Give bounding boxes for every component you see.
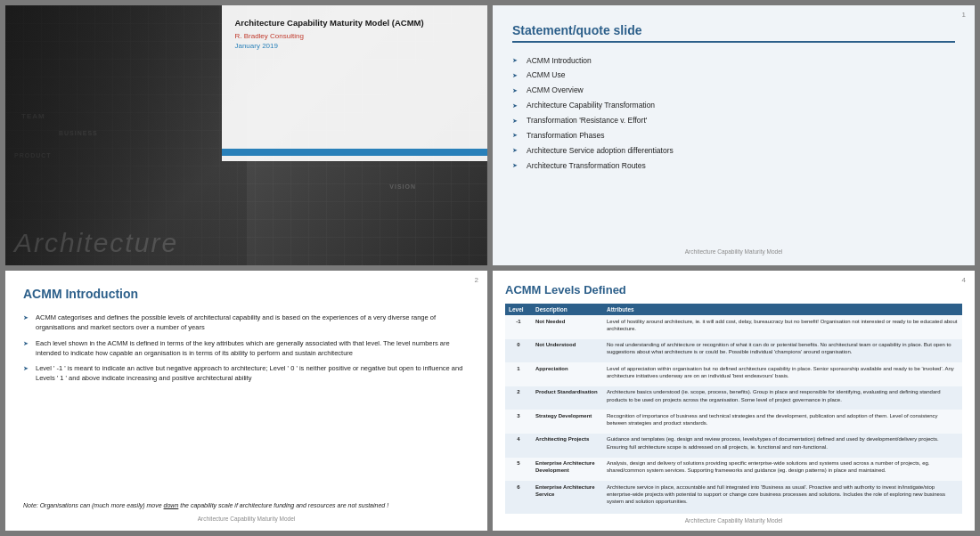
cell-description: Appreciation <box>532 362 603 386</box>
cell-description: Not Needed <box>532 315 603 339</box>
table-row: -1 Not Needed Level of hostility around … <box>505 315 962 339</box>
slide-2: 1 Statement/quote slide ACMM Introductio… <box>493 5 975 265</box>
table-row: 1 Appreciation Level of appreciation wit… <box>505 362 962 386</box>
list-item: ACMM Use <box>512 69 955 84</box>
slide-2-footer: Architecture Capability Maturity Model <box>512 241 955 255</box>
list-item: Transformation 'Resistance v. Effort' <box>512 114 955 129</box>
cell-level: 3 <box>505 410 532 434</box>
slide-3-note-underline: down <box>164 502 179 508</box>
slide-4-footer: Architecture Capability Maturity Model <box>505 517 962 524</box>
cell-description: Enterprise Architecture Service <box>532 481 603 514</box>
list-item: Transformation Phases <box>512 128 955 143</box>
col-header-level: Level <box>505 304 532 315</box>
table-header-row: Level Description Attributes <box>505 304 962 315</box>
table-row: 4 Architecting Projects Guidance and tem… <box>505 434 962 458</box>
table-row: 6 Enterprise Architecture Service Archit… <box>505 481 962 514</box>
slide-1-accent-bar <box>222 149 487 156</box>
list-item: ACMM Introduction <box>512 53 955 69</box>
slide-3: 2 ACMM Introduction ACMM categorises and… <box>5 271 487 531</box>
col-header-description: Description <box>532 304 603 315</box>
table-row: 2 Product Standardisation Architecture b… <box>505 386 962 410</box>
cell-description: Strategy Development <box>532 410 603 434</box>
slide-1-content-box: Architecture Capability Maturity Model (… <box>222 5 487 161</box>
slide-1: TEAM BUSINESS PRODUCT VISION Architectur… <box>5 5 487 265</box>
slide-1-company: R. Bradley Consulting <box>234 32 475 40</box>
slide-4-number: 4 <box>962 276 966 284</box>
cell-attributes: Architecture service in place, accountab… <box>603 481 962 514</box>
cell-level: 2 <box>505 386 532 410</box>
cell-level: 1 <box>505 362 532 386</box>
cell-attributes: Level of appreciation within organisatio… <box>603 362 962 386</box>
slide-3-number: 2 <box>475 276 478 284</box>
slide-1-date: January 2019 <box>234 42 475 50</box>
slide-1-person-area <box>5 5 247 265</box>
cell-level: 4 <box>505 434 532 458</box>
slide-1-watermark: Architecture <box>14 228 178 258</box>
cell-level: 6 <box>505 481 532 514</box>
slide-1-title: Architecture Capability Maturity Model (… <box>234 18 475 28</box>
list-item: Architecture Transformation Routes <box>512 158 955 174</box>
acmm-levels-table: Level Description Attributes -1 Not Need… <box>505 304 962 514</box>
cell-description: Not Understood <box>532 339 603 363</box>
cell-level: 0 <box>505 339 532 363</box>
cell-level: -1 <box>505 315 532 339</box>
cell-level: 5 <box>505 458 532 482</box>
slide-3-note: Note: Organisations can (much more easil… <box>23 501 470 511</box>
list-item-3: Level ' -1 ' is meant to indicate an act… <box>23 361 470 386</box>
table-row: 5 Enterprise Architecture Development An… <box>505 458 962 482</box>
list-item: ACMM Overview <box>512 84 955 99</box>
slide-4-title: ACMM Levels Defined <box>505 283 962 296</box>
list-item-1: ACMM categorises and defines the possibl… <box>23 310 470 336</box>
slide-3-footer: Architecture Capability Maturity Model <box>23 510 470 522</box>
cell-attributes: No real understanding of architecture or… <box>603 339 962 363</box>
col-header-attributes: Attributes <box>603 304 962 315</box>
list-item-2: Each level shown in the ACMM is defined … <box>23 336 470 361</box>
slide-3-title: ACMM Introduction <box>23 287 470 301</box>
cell-attributes: Guidance and templates (eg. design and r… <box>603 434 962 458</box>
slide-2-list: ACMM Introduction ACMM Use ACMM Overview… <box>512 53 955 241</box>
list-item: Architecture Service adoption differenti… <box>512 143 955 158</box>
cell-attributes: Level of hostility around architecture, … <box>603 315 962 339</box>
slide-2-number: 1 <box>962 11 966 19</box>
slide-3-list: ACMM categorises and defines the possibl… <box>23 310 470 494</box>
cell-description: Enterprise Architecture Development <box>532 458 603 482</box>
list-item: Architecture Capability Transformation <box>512 99 955 114</box>
cell-attributes: Architecture basics understood (ie. scop… <box>603 386 962 410</box>
cell-attributes: Recognition of importance of business an… <box>603 410 962 434</box>
cell-description: Architecting Projects <box>532 434 603 458</box>
slide-2-title: Statement/quote slide <box>512 23 955 43</box>
cell-attributes: Analysis, design and delivery of solutio… <box>603 458 962 482</box>
table-row: 3 Strategy Development Recognition of im… <box>505 410 962 434</box>
cell-description: Product Standardisation <box>532 386 603 410</box>
slide-4: 4 ACMM Levels Defined Level Description … <box>493 271 975 531</box>
bg-word-vision: VISION <box>389 183 416 190</box>
table-row: 0 Not Understood No real understanding o… <box>505 339 962 363</box>
